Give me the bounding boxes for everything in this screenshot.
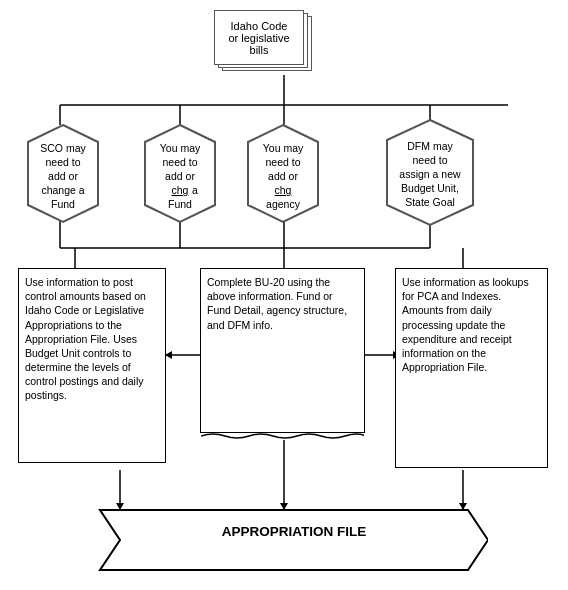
svg-text:need to: need to [265, 156, 300, 168]
right-info-box: Use information as lookups for PCA and I… [395, 268, 548, 468]
svg-text:need to: need to [412, 154, 447, 166]
diagram-container: Idaho Code or legislative bills SCO may … [0, 0, 568, 590]
svg-marker-15 [165, 351, 172, 359]
svg-text:need to: need to [45, 156, 80, 168]
svg-text:Budget Unit,: Budget Unit, [401, 182, 459, 194]
svg-text:SCO may: SCO may [40, 142, 86, 154]
svg-text:assign a new: assign a new [399, 168, 461, 180]
svg-text:Fund: Fund [168, 198, 192, 210]
svg-text:add or: add or [268, 170, 298, 182]
hex3-svg: You may need to add or chg agency [238, 120, 328, 225]
hex4-svg: DFM may need to assign a new Budget Unit… [378, 115, 483, 230]
top-document-label: Idaho Code or legislative bills [214, 10, 304, 65]
svg-text:APPROPRIATION FILE: APPROPRIATION FILE [222, 524, 367, 539]
svg-text:add or: add or [165, 170, 195, 182]
approp-file-svg: APPROPRIATION FILE [80, 508, 488, 573]
top-document: Idaho Code or legislative bills [214, 10, 314, 70]
svg-text:You may: You may [160, 142, 201, 154]
svg-text:need to: need to [162, 156, 197, 168]
svg-text:change a: change a [41, 184, 84, 196]
svg-text:DFM may: DFM may [407, 140, 453, 152]
hex2-svg: You may need to add or chg a Fund [135, 120, 225, 225]
svg-text:State Goal: State Goal [405, 196, 455, 208]
svg-marker-49 [100, 510, 488, 570]
left-info-box: Use information to post control amounts … [18, 268, 166, 463]
svg-text:a: a [192, 184, 198, 196]
svg-text:agency: agency [266, 198, 301, 210]
hex1-svg: SCO may need to add or change a Fund [18, 120, 108, 225]
svg-text:chg: chg [275, 184, 292, 196]
center-note-box: Complete BU-20 using the above informati… [200, 268, 365, 433]
svg-text:You may: You may [263, 142, 304, 154]
svg-text:add or: add or [48, 170, 78, 182]
svg-text:Fund: Fund [51, 198, 75, 210]
svg-text:chg: chg [172, 184, 189, 196]
